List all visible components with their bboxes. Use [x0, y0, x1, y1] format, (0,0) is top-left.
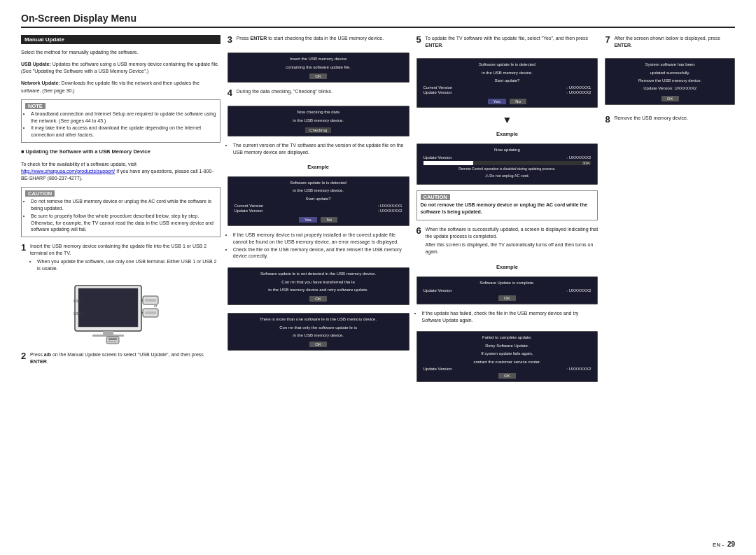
screen-3-line1: Insert the USB memory device: [232, 56, 405, 62]
screen5-cur-row: Current Version : UXXXXXX1: [424, 85, 592, 90]
screen-ex-line2: in the USB memory device.: [232, 188, 405, 193]
svg-rect-5: [145, 299, 156, 302]
step-5-text: To update the TV software with the updat…: [426, 35, 598, 49]
screen-ex-upd-row: Update Version : UXXXXXX2: [234, 209, 402, 213]
column-4: 7 After the screen shown below is displa…: [605, 35, 735, 540]
screen-fail: Failed to complete update. Retry Softwar…: [416, 331, 598, 382]
screen7-line3: Remove the USB memory device.: [609, 78, 731, 83]
page-title: On-Screen Display Menu: [21, 13, 735, 28]
screen-ex-upd-label: Update Version: [234, 209, 263, 213]
screen-ex-cur-val: : UXXXXXX1: [377, 204, 402, 208]
page-num-value: 29: [727, 540, 735, 548]
screen5-no-btn: No: [510, 99, 526, 104]
err1-line1: Software update le is not detected in th…: [232, 271, 405, 276]
step-6-number: 6: [416, 226, 424, 236]
screen-done: Software Update is complete. Update Vers…: [416, 276, 598, 304]
step-5: 5 To update the TV software with the upd…: [416, 35, 598, 50]
progress-upd-row: Update Version : UXXXXXX2: [424, 155, 592, 160]
step-3-number: 3: [227, 35, 234, 45]
intro-text: Select the method for manually updating …: [21, 49, 220, 56]
done-upd-label: Update Version: [424, 288, 452, 293]
screen-3-ok-btn: OK: [309, 73, 327, 79]
step-6: 6 When the software is successfully upda…: [416, 226, 598, 258]
step-1-sub: When you update the software, use only o…: [37, 258, 220, 272]
screen-ex-no-btn: No: [321, 217, 337, 223]
screen7-ok-btn: OK: [662, 96, 679, 101]
screen-4-line2: in the USB memory device.: [232, 118, 405, 123]
screen5-cur-label: Current Version: [424, 85, 453, 90]
screen-error-2: There is more than one software le in th…: [227, 313, 410, 351]
err1-line3: to the USB memory device and retry softw…: [232, 287, 405, 293]
screen-3-line2: containing the software update file.: [232, 64, 405, 70]
step-5-error-bullets: If the USB memory device is not properly…: [233, 232, 410, 260]
fail-ok-btn: OK: [498, 373, 516, 379]
done-line1: Software Update is complete.: [421, 280, 594, 286]
screen-ex-line1: Software update le is detected: [232, 180, 405, 185]
step-2: 2 Press a/b on the Manual Update screen …: [21, 351, 220, 367]
caution-bullet-2: Be sure to properly follow the whole pro…: [31, 213, 216, 233]
svg-text:USB 1: USB 1: [74, 300, 83, 303]
fail-line3: If system update fails again,: [421, 351, 594, 356]
fail-upd-row: Update Version : UXXXXXX2: [424, 367, 592, 371]
page-num-prefix: EN -: [713, 542, 724, 548]
err2-ok-btn: OK: [309, 342, 327, 347]
progress-pct: 30%: [582, 161, 589, 165]
step-1-text: Insert the USB memory device containing …: [30, 243, 220, 257]
err1-ok-btn: OK: [309, 296, 327, 302]
step-7: 7 After the screen shown below is displa…: [605, 35, 735, 50]
progress-bar: 30%: [424, 161, 592, 165]
step-6-bullet-1: If the update has failed, check the file…: [422, 310, 598, 324]
step-2-text: Press a/b on the Manual Update screen to…: [30, 351, 220, 365]
screen5-cur-val: : UXXXXXX1: [566, 85, 591, 90]
step-3: 3 Press ENTER to start checking the data…: [227, 35, 410, 45]
screen5-yes-btn: Yes: [488, 99, 506, 104]
progress-note: Remote Control operation is disabled dur…: [421, 167, 594, 171]
screen-ex-upd-val: : UXXXXXX2: [377, 209, 402, 213]
screen7-line2: updated successfully.: [609, 70, 731, 76]
svg-point-15: [108, 341, 110, 342]
column-3: 5 To update the TV software with the upd…: [416, 35, 598, 540]
screen-4: Now checking the data in the USB memory …: [227, 106, 410, 136]
svg-rect-8: [145, 311, 156, 314]
step-3-text: Press ENTER to start checking the data i…: [237, 35, 410, 42]
step-1-number: 1: [21, 243, 28, 253]
checking-label: Checking: [305, 127, 331, 133]
screen-4-line1: Now checking the data: [232, 109, 405, 115]
tv-image: USB 1 USB 2 or: [21, 282, 220, 345]
step-4-text: During the data checking, "Checking" bli…: [237, 88, 410, 95]
step-4-bullet-1: The current version of the TV software a…: [233, 142, 410, 156]
screen5-upd-row: Update Version : UXXXXXX2: [424, 90, 592, 94]
note-bullet-1: A broadband connection and Internet Setu…: [31, 111, 216, 125]
caution-title-1: CAUTION: [25, 190, 55, 197]
fail-line4: contact the customer service center.: [421, 359, 594, 365]
screen5-line2: in the USB memory device.: [421, 70, 594, 76]
svg-rect-1: [78, 288, 138, 327]
page: On-Screen Display Menu Manual Update Sel…: [0, 0, 756, 555]
screen-ex-cur-row: Current Version : UXXXXXX1: [234, 204, 402, 208]
note-box: NOTE A broadband connection and Internet…: [21, 99, 220, 143]
caution-bullet-1: Do not remove the USB memory device or u…: [31, 198, 216, 212]
progress-upd-label: Update Version: [424, 155, 452, 160]
step-4-number: 4: [227, 88, 234, 98]
step-8-number: 8: [605, 115, 612, 125]
screen-error-1: Software update le is not detected in th…: [227, 267, 410, 305]
network-update-label: Network Update:: [21, 80, 60, 85]
screen5-upd-label: Update Version: [424, 90, 452, 94]
progress-line1: Now updating: [421, 147, 594, 153]
svg-rect-14: [108, 338, 117, 340]
step-4: 4 During the data checking, "Checking" b…: [227, 88, 410, 98]
step-6-text: When the software is successfully update…: [426, 226, 598, 240]
screen-5: Software update le is detected in the US…: [416, 58, 598, 108]
step-7-text: After the screen shown below is displaye…: [614, 35, 735, 49]
step-7-number: 7: [605, 35, 612, 45]
screen5-line1: Software update le is detected: [421, 62, 594, 67]
example-label-1: Example: [227, 164, 410, 170]
note-bullets: A broadband connection and Internet Setu…: [31, 111, 216, 139]
caution-text-2: Do not remove the USB memory device or u…: [421, 202, 594, 216]
progress-bar-fill: [424, 161, 474, 165]
column-1: Manual Update Select the method for manu…: [21, 35, 220, 540]
screen5-line3: Start update?: [421, 78, 594, 83]
screen-progress: Now updating Update Version : UXXXXXX2 3…: [416, 143, 598, 184]
network-update-text: Network Update: Downloads the update fil…: [21, 80, 220, 94]
support-link[interactable]: http://www.sharpusa.com/products/support…: [21, 169, 115, 174]
